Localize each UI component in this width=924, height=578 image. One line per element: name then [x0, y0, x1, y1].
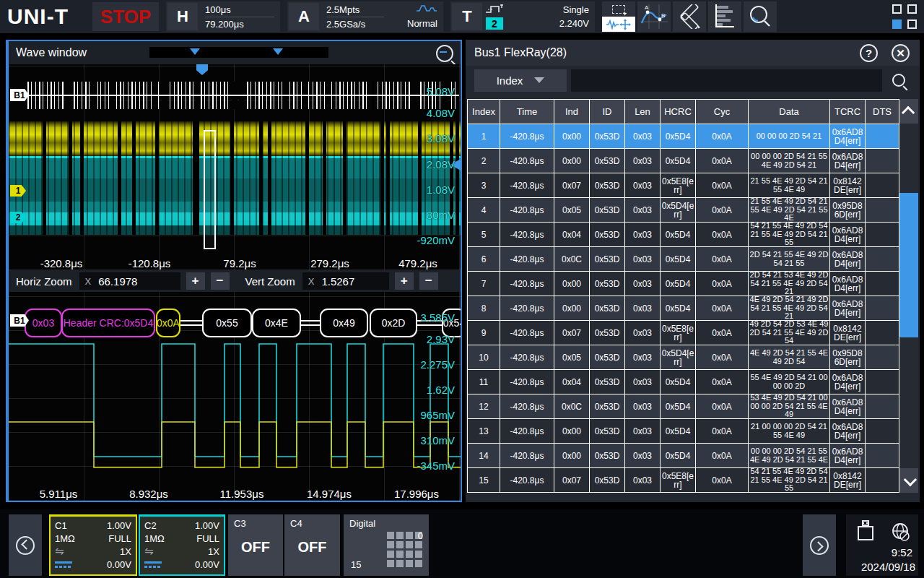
column-header-tcrc[interactable]: TCRC [830, 100, 865, 124]
table-row[interactable]: 10-420.8μs0x050x53D0x030x5D4[err]0x0A4E … [468, 345, 899, 369]
trigger-section[interactable]: T 2 Single 2.240V [450, 1, 595, 32]
main-waveform-plot[interactable]: B1 1 2 5.08V4.08V3.08V2.08V1.08V80mV-920… [9, 64, 461, 270]
column-header-cyc[interactable]: Cyc [696, 100, 748, 124]
cursor-drag-mode-button[interactable] [602, 1, 635, 32]
cell-data: 55 4E 49 2D 54 21 00 00 00 2D [749, 370, 829, 394]
channel-1-card[interactable]: C11.00V 1MΩFULL ⇋1X 0.00V [49, 514, 137, 576]
table-row[interactable]: 2-420.8μs0x000x53D0x030x5D40x0A00 00 00 … [468, 149, 899, 173]
measure-tools-button[interactable] [673, 1, 706, 32]
cell-time: -420.8μs [500, 468, 554, 492]
voltage-scale-label: -920mV [417, 234, 455, 246]
trigger-level-value: 2.240V [559, 18, 589, 29]
vert-zoom-value-box[interactable]: X 1.5267 [302, 272, 389, 290]
channels-scroll-right-button[interactable] [803, 514, 836, 576]
column-header-id[interactable]: ID [590, 100, 624, 124]
voltage-scale-label: 2.275V [420, 358, 455, 371]
table-row[interactable]: 13-420.8μs0x000x53D0x030x5D40x0A21 00 00… [468, 419, 899, 443]
table-row[interactable]: 1-420.8μs0x000x53D0x030x5D40x0A00 00 00 … [468, 124, 899, 148]
cell-cyc: 0x0A [696, 419, 748, 443]
histogram-button[interactable] [708, 1, 741, 32]
zoom-region-indicator[interactable] [204, 130, 216, 249]
cell-index: 13 [468, 419, 500, 443]
cell-hcrc: 0x5D4 [661, 370, 695, 394]
bw-limit-icon [55, 561, 72, 568]
column-header-data[interactable]: Data [749, 100, 829, 124]
table-row[interactable]: 15-420.8μs0x070x53D0x030x5E8[err]0x0A54 … [468, 468, 899, 492]
table-row[interactable]: 4-420.8μs0x050x53D0x030x5D4[err]0x0A21 5… [468, 198, 899, 222]
scroll-up-button[interactable] [899, 99, 918, 124]
table-row[interactable]: 3-420.8μs0x070x53D0x030x5E8[err]0x0A21 5… [468, 173, 899, 197]
column-header-len[interactable]: Len [625, 100, 660, 124]
table-scrollbar[interactable] [899, 99, 918, 493]
cell-len: 0x03 [625, 419, 660, 443]
scroll-down-button[interactable] [899, 468, 918, 493]
table-row[interactable]: 8-420.8μs0x000x53D0x030x5D40x0A4E 49 2D … [468, 296, 899, 320]
table-row[interactable]: 5-420.8μs0x040x53D0x030x5D40x0A54 21 55 … [468, 223, 899, 246]
horizontal-section[interactable]: H 100μs 79.200μs [166, 1, 280, 32]
column-header-ind[interactable]: Ind [554, 100, 589, 124]
cell-dts [866, 198, 899, 222]
table-row[interactable]: 11-420.8μs0x040x53D0x030x5D40x0A55 4E 49… [468, 370, 899, 394]
run-stop-button[interactable]: STOP [92, 2, 159, 31]
channel-3-card[interactable]: C3 OFF [228, 514, 283, 576]
horiz-zoom-in-button[interactable]: + [186, 272, 205, 290]
cell-id: 0x53D [590, 468, 624, 492]
vert-zoom-out-button[interactable]: − [419, 272, 438, 290]
trigger-position-marker[interactable] [196, 64, 208, 75]
cell-hcrc: 0x5D4 [661, 296, 695, 320]
table-row[interactable]: 12-420.8μs0x0C0x53D0x030x5D40x0A53 4E 49… [468, 394, 899, 418]
ch2-probe: 1X [208, 546, 219, 557]
search-input[interactable] [571, 69, 882, 92]
channel-4-card[interactable]: C4 OFF [284, 514, 340, 576]
channel-2-card[interactable]: C21.00V 1MΩFULL ⇋1X 0.00V [139, 514, 225, 576]
cell-data: 00 00 00 2D 54 21 55 4E 49 2D 54 21 55 4… [749, 444, 829, 467]
cell-id: 0x53D [590, 223, 624, 246]
close-button[interactable]: ✕ [892, 44, 910, 62]
acquire-section[interactable]: A 2.5Mpts 2.5GSa/s Normal [287, 1, 443, 32]
trigger-source-badge: 2 [486, 17, 503, 30]
network-icon[interactable] [891, 522, 911, 542]
search-button[interactable] [886, 69, 911, 92]
vert-zoom-in-button[interactable]: + [395, 272, 414, 290]
bus-b1-tag[interactable]: B1 [10, 89, 29, 101]
cell-len: 0x03 [625, 394, 660, 418]
cell-id: 0x53D [590, 419, 624, 443]
column-header-index[interactable]: Index [468, 100, 500, 124]
cell-dts [866, 173, 899, 197]
column-header-time[interactable]: Time [500, 100, 554, 124]
column-header-dts[interactable]: DTS [866, 100, 899, 124]
cell-cyc: 0x0A [696, 370, 748, 394]
table-row[interactable]: 6-420.8μs0x0C0x53D0x030x5D40x0A2D 54 21 … [468, 247, 899, 271]
table-row[interactable]: 9-420.8μs0x070x53D0x030x5E8[err]0x0A49 2… [468, 321, 899, 345]
bus-table-header: IndexTimeIndIDLenHCRCCycDataTCRCDTS [468, 100, 899, 124]
column-header-hcrc[interactable]: HCRC [661, 100, 695, 124]
table-row[interactable]: 7-420.8μs0x000x53D0x030x5D40x0A2D 54 21 … [468, 272, 899, 296]
horiz-zoom-out-button[interactable]: − [211, 272, 230, 290]
cell-tcrc: 0x6AD8D4[err] [830, 247, 865, 271]
marker-triangle-icon[interactable] [190, 48, 200, 55]
help-button[interactable]: ? [860, 44, 878, 62]
time-axis-label: -320.8μs [40, 257, 83, 269]
vert-zoom-label: Vert Zoom [245, 275, 295, 288]
cell-id: 0x53D [590, 272, 624, 296]
cell-index: 5 [468, 223, 500, 246]
filter-column-dropdown[interactable]: Index [474, 69, 567, 92]
wave-position-bar[interactable] [149, 47, 328, 58]
cell-index: 10 [468, 345, 500, 369]
channels-scroll-left-button[interactable] [9, 514, 42, 576]
zoom-out-icon[interactable] [436, 45, 453, 62]
window-layout-button[interactable] [892, 4, 917, 29]
cell-id: 0x53D [590, 124, 624, 148]
horiz-zoom-value-box[interactable]: X 66.1978 [79, 272, 180, 290]
cursor-measure-button[interactable]: A B [637, 1, 671, 32]
digital-channels-card[interactable]: Digital 0 15 [344, 514, 429, 576]
scrollbar-thumb[interactable] [899, 193, 918, 337]
search-zoom-button[interactable] [744, 1, 777, 32]
cell-data: 54 21 55 4E 49 2D 54 21 55 4E 49 2D 54 2… [749, 468, 829, 492]
zoom-waveform-plot[interactable]: 0x03Header CRC:0x5D40x0A0x550x4E0x490x2D… [9, 292, 461, 501]
cell-hcrc: 0x5E8[err] [661, 468, 695, 492]
horiz-zoom-label: Horiz Zoom [16, 275, 72, 288]
usb-device-icon[interactable] [858, 520, 873, 542]
marker-triangle-icon[interactable] [273, 48, 283, 55]
table-row[interactable]: 14-420.8μs0x000x53D0x030x5D40x0A00 00 00… [468, 444, 899, 467]
